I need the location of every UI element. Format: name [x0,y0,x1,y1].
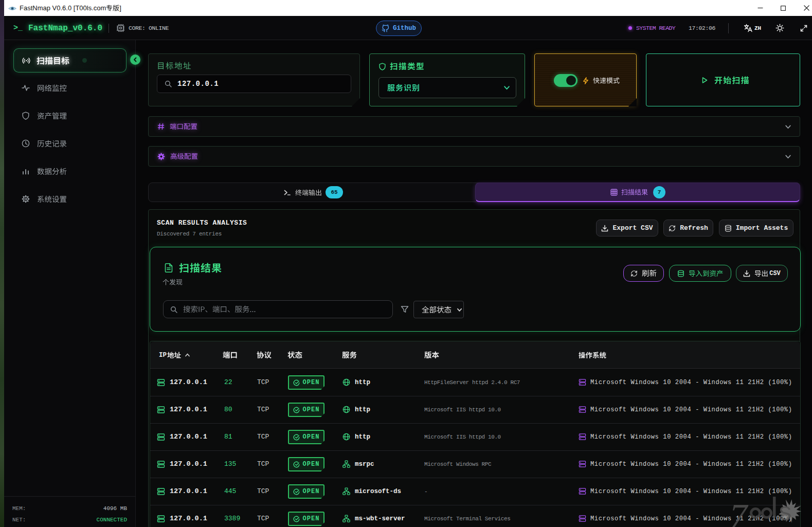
svg-text:S: S [779,503,791,524]
svg-text:7: 7 [729,497,749,527]
